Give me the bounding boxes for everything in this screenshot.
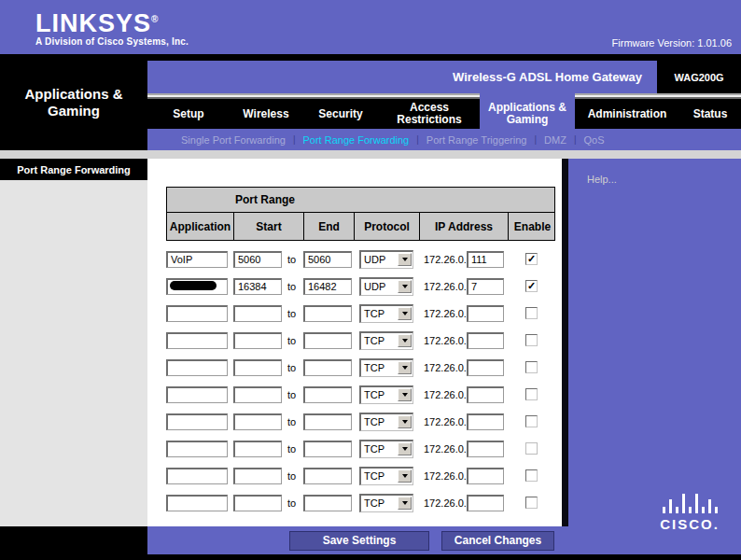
subnav-item-single-port-forwarding[interactable]: Single Port Forwarding [181,134,286,146]
enable-checkbox[interactable]: ✓ [525,280,538,292]
enable-checkbox[interactable] [525,388,538,400]
tab-setup[interactable]: Setup [147,99,230,129]
application-input[interactable] [166,332,228,349]
enable-checkbox[interactable] [525,469,538,482]
dropdown-button[interactable] [398,469,412,483]
start-port-input[interactable] [233,413,282,430]
start-port-input[interactable] [233,495,282,511]
start-port-input[interactable] [233,359,282,376]
protocol-select[interactable]: TCP [359,331,413,350]
ip-last-octet-input[interactable] [467,305,504,322]
protocol-select[interactable]: TCP [359,440,413,458]
help-link[interactable]: Help... [587,174,617,185]
cisco-bar [663,507,665,513]
cisco-bar [689,507,692,513]
application-input[interactable] [166,468,228,484]
ip-prefix-label: 172.26.0. [424,281,467,292]
tab-applications-gaming[interactable]: Applications & Gaming [480,99,575,129]
protocol-select[interactable]: TCP [359,467,413,485]
end-port-input[interactable] [303,468,352,484]
enable-checkbox[interactable]: ✓ [525,253,538,265]
application-input[interactable] [166,413,228,430]
tab-access-restrictions[interactable]: Access Restrictions [379,99,480,129]
dropdown-button[interactable] [398,253,412,266]
start-port-input[interactable] [233,305,282,322]
ip-last-octet-input[interactable] [467,386,504,403]
end-port-input[interactable] [303,305,352,322]
ip-last-octet-input[interactable] [467,468,504,484]
tab-administration[interactable]: Administration [575,99,679,129]
protocol-select[interactable]: TCP [359,494,413,512]
enable-checkbox[interactable] [525,497,538,509]
dropdown-button[interactable] [398,388,412,401]
tab-security[interactable]: Security [302,99,379,129]
dropdown-button[interactable] [398,307,412,320]
application-input[interactable] [166,359,228,376]
dropdown-button[interactable] [398,442,412,455]
end-port-cell [303,304,354,322]
protocol-select[interactable]: UDP [359,277,413,296]
column-header-end: End [304,213,355,240]
subnav-separator: | [416,134,419,145]
start-port-input[interactable] [233,386,282,403]
tab-status[interactable]: Status [679,99,741,129]
start-port-input[interactable] [233,251,282,268]
dropdown-button[interactable] [398,280,412,293]
application-input-wrap [166,358,228,376]
application-input[interactable] [166,441,228,457]
protocol-select[interactable]: UDP [359,250,413,269]
subnav-item-dmz[interactable]: DMZ [544,134,566,146]
dropdown-button[interactable] [398,361,412,374]
end-port-cell [303,331,354,349]
application-input[interactable] [166,495,228,511]
enable-checkbox[interactable] [525,415,538,427]
enable-checkbox[interactable] [525,334,538,346]
subnav-item-port-range-triggering[interactable]: Port Range Triggering [426,134,527,146]
start-port-input[interactable] [233,468,282,484]
start-port-input[interactable] [233,441,282,457]
end-port-input[interactable] [303,441,352,457]
ip-address-cell: 172.26.0. [419,441,508,457]
end-port-input[interactable] [303,495,352,511]
end-port-input[interactable] [303,386,352,403]
protocol-select[interactable]: TCP [359,413,413,431]
ip-last-octet-input[interactable] [467,278,504,295]
protocol-select[interactable]: TCP [359,304,413,323]
end-port-input[interactable] [303,359,352,376]
ip-last-octet-input[interactable] [467,495,504,511]
end-port-input[interactable] [303,332,352,349]
start-port-input[interactable] [233,278,282,295]
end-port-input[interactable] [303,278,352,295]
enable-checkbox[interactable] [525,442,538,455]
dropdown-button[interactable] [398,415,412,428]
dropdown-button[interactable] [398,334,412,347]
application-cell [166,250,233,268]
end-port-input[interactable] [303,413,352,430]
start-port-input[interactable] [233,332,282,349]
save-settings-button[interactable]: Save Settings [289,531,429,551]
dropdown-button[interactable] [398,497,412,510]
ip-last-octet-input[interactable] [467,441,504,457]
enable-checkbox[interactable] [525,307,538,319]
cancel-changes-button[interactable]: Cancel Changes [441,531,554,551]
ip-address-cell: 172.26.0. [419,278,508,295]
chevron-down-icon [402,366,408,370]
ip-last-octet-input[interactable] [467,251,504,268]
ip-last-octet-input[interactable] [467,332,504,349]
protocol-select[interactable]: TCP [359,358,413,377]
ip-last-octet-input[interactable] [467,359,504,376]
application-input[interactable] [166,305,228,322]
end-port-cell [303,385,354,403]
ip-last-octet-input[interactable] [467,413,504,430]
enable-checkbox[interactable] [525,361,538,373]
start-port-cell: to [233,441,303,457]
redacted-application-value [170,281,217,290]
subnav-item-port-range-forwarding[interactable]: Port Range Forwarding [303,134,410,146]
application-input[interactable] [166,386,228,403]
application-input[interactable] [166,251,228,268]
end-port-input[interactable] [303,251,352,268]
tab-wireless[interactable]: Wireless [230,99,302,129]
protocol-select[interactable]: TCP [359,385,413,404]
application-input-wrap [166,440,228,457]
subnav-item-qos[interactable]: QoS [584,134,605,146]
